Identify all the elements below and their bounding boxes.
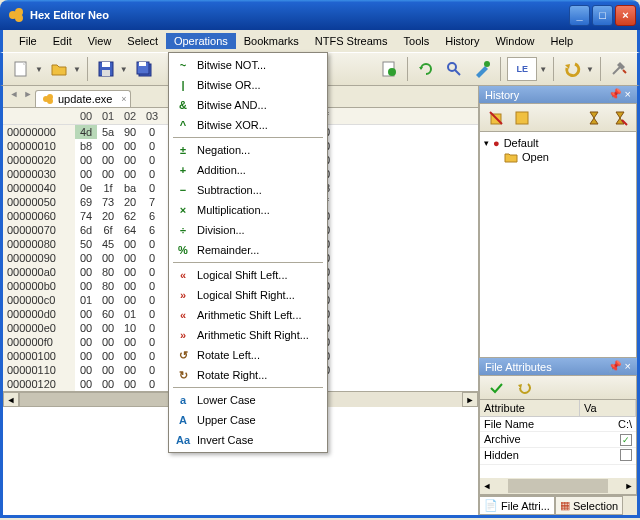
hex-byte[interactable]: 00 bbox=[119, 363, 141, 377]
menu-bookmarks[interactable]: Bookmarks bbox=[236, 33, 307, 49]
maximize-button[interactable]: □ bbox=[592, 5, 613, 26]
menu-tools[interactable]: Tools bbox=[396, 33, 438, 49]
dropdown-arrow-icon[interactable]: ▼ bbox=[539, 65, 547, 74]
menu-item-addition[interactable]: +Addition... bbox=[171, 160, 325, 180]
hex-byte[interactable]: 01 bbox=[119, 307, 141, 321]
scroll-right-icon[interactable]: ► bbox=[462, 392, 478, 407]
save-all-icon[interactable] bbox=[132, 57, 156, 81]
dropdown-arrow-icon[interactable]: ▼ bbox=[586, 65, 594, 74]
hex-byte[interactable]: 00 bbox=[97, 335, 119, 349]
checkbox[interactable] bbox=[620, 449, 632, 461]
revert-icon[interactable] bbox=[512, 376, 536, 400]
menu-item-invert-case[interactable]: AaInvert Case bbox=[171, 430, 325, 450]
minimize-button[interactable]: _ bbox=[569, 5, 590, 26]
encoding-icon[interactable]: LE bbox=[507, 57, 537, 81]
collapse-icon[interactable]: ▾ bbox=[484, 138, 489, 148]
attributes-grid[interactable]: Attribute Va File NameC:\Archive✓Hidden bbox=[480, 400, 636, 478]
hex-byte[interactable]: 00 bbox=[75, 279, 97, 293]
hex-byte[interactable]: 90 bbox=[119, 125, 141, 139]
document-tab[interactable]: update.exe × bbox=[35, 90, 131, 107]
attr-value[interactable]: ✓ bbox=[580, 432, 636, 447]
hex-byte[interactable]: 74 bbox=[75, 209, 97, 223]
hex-byte[interactable]: 5a bbox=[97, 125, 119, 139]
hex-byte[interactable]: 00 bbox=[75, 167, 97, 181]
hex-byte[interactable]: 00 bbox=[75, 265, 97, 279]
hex-byte[interactable]: 0 bbox=[141, 307, 163, 321]
hex-byte[interactable]: 00 bbox=[119, 293, 141, 307]
hex-byte[interactable]: 0e bbox=[75, 181, 97, 195]
hex-byte[interactable]: 80 bbox=[97, 279, 119, 293]
menu-item-remainder[interactable]: %Remainder... bbox=[171, 240, 325, 260]
tab-selection[interactable]: ▦Selection bbox=[555, 496, 623, 515]
hex-byte[interactable]: 00 bbox=[119, 377, 141, 391]
menu-item-multiplication[interactable]: ×Multiplication... bbox=[171, 200, 325, 220]
scroll-left-icon[interactable]: ◄ bbox=[480, 481, 494, 491]
hex-byte[interactable]: 00 bbox=[75, 363, 97, 377]
hex-byte[interactable]: 45 bbox=[97, 237, 119, 251]
checkbox[interactable]: ✓ bbox=[620, 434, 632, 446]
menu-item-bitwise-and[interactable]: &Bitwise AND... bbox=[171, 95, 325, 115]
attr-value[interactable] bbox=[580, 448, 636, 464]
hex-byte[interactable]: 0 bbox=[141, 181, 163, 195]
menu-item-logical-shift-left[interactable]: «Logical Shift Left... bbox=[171, 265, 325, 285]
hex-byte[interactable]: 6 bbox=[141, 223, 163, 237]
tree-child[interactable]: Open bbox=[504, 150, 632, 164]
hex-byte[interactable]: 0 bbox=[141, 377, 163, 391]
attr-value[interactable]: C:\ bbox=[580, 417, 636, 431]
menu-item-upper-case[interactable]: AUpper Case bbox=[171, 410, 325, 430]
pane-close-icon[interactable]: × bbox=[625, 360, 631, 373]
hex-byte[interactable]: 0 bbox=[141, 265, 163, 279]
hex-byte[interactable]: 0 bbox=[141, 167, 163, 181]
hex-byte[interactable]: 00 bbox=[119, 265, 141, 279]
menu-item-negation[interactable]: ±Negation... bbox=[171, 140, 325, 160]
attr-row[interactable]: File NameC:\ bbox=[480, 417, 636, 432]
menu-item-rotate-left[interactable]: ↺Rotate Left... bbox=[171, 345, 325, 365]
tools-icon[interactable] bbox=[470, 57, 494, 81]
hex-byte[interactable]: 0 bbox=[141, 139, 163, 153]
menu-file[interactable]: File bbox=[11, 33, 45, 49]
tab-next-icon[interactable]: ► bbox=[21, 89, 35, 107]
close-button[interactable]: × bbox=[615, 5, 636, 26]
menu-edit[interactable]: Edit bbox=[45, 33, 80, 49]
tab-close-icon[interactable]: × bbox=[121, 94, 126, 104]
new-file-icon[interactable] bbox=[9, 57, 33, 81]
history-purge-icon[interactable] bbox=[484, 106, 508, 130]
scroll-right-icon[interactable]: ► bbox=[622, 481, 636, 491]
hex-byte[interactable]: b8 bbox=[75, 139, 97, 153]
hex-byte[interactable]: 62 bbox=[119, 209, 141, 223]
hex-byte[interactable]: 0 bbox=[141, 335, 163, 349]
hex-byte[interactable]: 00 bbox=[97, 153, 119, 167]
hex-byte[interactable]: 0 bbox=[141, 321, 163, 335]
hex-byte[interactable]: 00 bbox=[97, 363, 119, 377]
pin-icon[interactable]: 📌 bbox=[608, 360, 622, 373]
hex-byte[interactable]: 00 bbox=[75, 153, 97, 167]
hex-byte[interactable]: 00 bbox=[75, 251, 97, 265]
bookmark-icon[interactable] bbox=[377, 57, 401, 81]
hex-byte[interactable]: 00 bbox=[75, 321, 97, 335]
col-header[interactable]: Attribute bbox=[480, 400, 580, 416]
hex-byte[interactable]: 0 bbox=[141, 349, 163, 363]
hex-byte[interactable]: 00 bbox=[119, 153, 141, 167]
menu-item-logical-shift-right[interactable]: »Logical Shift Right... bbox=[171, 285, 325, 305]
find-icon[interactable] bbox=[442, 57, 466, 81]
settings-icon[interactable] bbox=[607, 57, 631, 81]
hex-byte[interactable]: 00 bbox=[97, 321, 119, 335]
undo-icon[interactable] bbox=[560, 57, 584, 81]
dropdown-arrow-icon[interactable]: ▼ bbox=[73, 65, 81, 74]
scroll-left-icon[interactable]: ◄ bbox=[3, 392, 19, 407]
hex-byte[interactable]: 50 bbox=[75, 237, 97, 251]
hex-byte[interactable]: 0 bbox=[141, 279, 163, 293]
hex-byte[interactable]: 00 bbox=[75, 377, 97, 391]
hex-byte[interactable]: ba bbox=[119, 181, 141, 195]
apply-icon[interactable] bbox=[484, 376, 508, 400]
pin-icon[interactable]: 📌 bbox=[608, 88, 622, 101]
hex-byte[interactable]: 00 bbox=[119, 251, 141, 265]
history-hourglass-icon[interactable] bbox=[582, 106, 606, 130]
hex-byte[interactable]: 00 bbox=[119, 237, 141, 251]
hex-byte[interactable]: 00 bbox=[119, 335, 141, 349]
hex-byte[interactable]: 00 bbox=[119, 139, 141, 153]
menu-item-arithmetic-shift-right[interactable]: »Arithmetic Shift Right... bbox=[171, 325, 325, 345]
menu-operations[interactable]: Operations bbox=[166, 33, 236, 49]
hex-byte[interactable]: 01 bbox=[75, 293, 97, 307]
attr-row[interactable]: Archive✓ bbox=[480, 432, 636, 448]
